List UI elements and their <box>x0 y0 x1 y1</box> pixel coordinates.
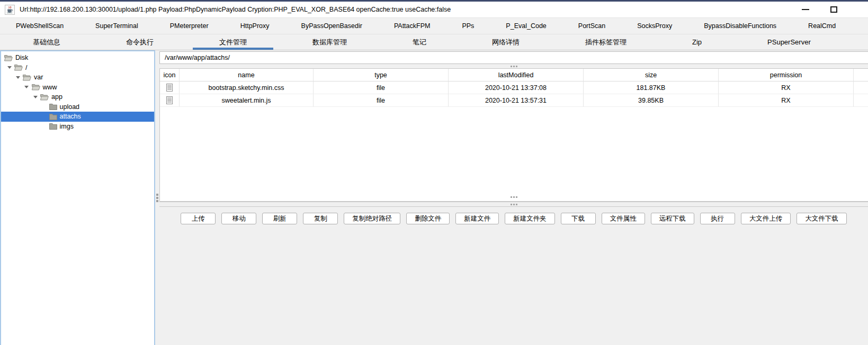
expand-arrow-icon[interactable] <box>4 66 14 69</box>
cell-size: 39.85KB <box>584 94 719 107</box>
tree-item-var[interactable]: var <box>1 72 154 83</box>
tab-pmeterpreter[interactable]: PMeterpreter <box>154 18 225 34</box>
tab-realcmd[interactable]: RealCmd <box>792 18 852 34</box>
plugin-tab-bar: PWebShellScan SuperTerminal PMeterpreter… <box>0 17 868 34</box>
directory-tree: Disk / var www <box>0 50 155 345</box>
tree-item-label: / <box>25 64 27 71</box>
refresh-button[interactable]: 刷新 <box>262 213 297 224</box>
new-file-button[interactable]: 新建文件 <box>455 213 499 224</box>
tab-socksproxy[interactable]: SocksProxy <box>621 18 688 34</box>
tab-pps[interactable]: PPs <box>446 18 490 34</box>
tab-basic-info[interactable]: 基础信息 <box>0 34 93 50</box>
tab-httpproxy[interactable]: HttpProxy <box>225 18 285 34</box>
column-header-filler <box>854 69 868 81</box>
tree-item-attachs[interactable]: attachs <box>1 112 154 122</box>
expand-arrow-icon[interactable] <box>22 86 32 88</box>
expand-arrow-icon[interactable] <box>13 76 23 79</box>
file-icon <box>160 81 180 94</box>
tab-command-execution[interactable]: 命令执行 <box>93 34 186 50</box>
java-app-icon <box>5 5 15 15</box>
column-header-permission[interactable]: permission <box>719 69 854 81</box>
tab-psuperserver[interactable]: PSuperServer <box>735 34 844 50</box>
path-bar <box>159 51 868 64</box>
cell-permission: RX <box>719 94 854 107</box>
closed-folder-icon <box>49 113 57 120</box>
window-controls <box>802 6 837 13</box>
tab-network-details[interactable]: 网络详情 <box>459 34 552 50</box>
tree-item-label: attachs <box>60 113 81 120</box>
tab-portscan[interactable]: PortScan <box>562 18 621 34</box>
cell-lastmodified: 2020-10-21 13:57:31 <box>449 94 584 107</box>
tree-item-root[interactable]: / <box>1 63 154 73</box>
maximize-button[interactable] <box>830 6 837 13</box>
tree-item-imgs[interactable]: imgs <box>1 122 154 132</box>
cell-lastmodified: 2020-10-21 13:37:08 <box>449 81 584 94</box>
titlebar: Url:http://192.168.200.130:30001/upload/… <box>0 2 868 17</box>
expand-arrow-icon[interactable] <box>30 96 40 98</box>
tab-pattackfpm[interactable]: PAttackFPM <box>378 18 446 34</box>
upload-button[interactable]: 上传 <box>181 213 216 224</box>
closed-folder-icon <box>49 123 57 130</box>
tree-item-www[interactable]: www <box>1 83 154 93</box>
tree-item-label: app <box>51 93 62 101</box>
file-icon <box>160 94 180 107</box>
large-file-upload-button[interactable]: 大文件上传 <box>741 213 791 224</box>
remote-download-button[interactable]: 远程下载 <box>651 213 694 224</box>
open-folder-icon <box>40 94 49 101</box>
column-header-icon[interactable]: icon <box>160 69 180 81</box>
column-header-name[interactable]: name <box>180 69 314 81</box>
tab-database-management[interactable]: 数据库管理 <box>280 34 380 50</box>
minimize-button[interactable] <box>802 9 809 10</box>
cell-size: 181.87KB <box>584 81 719 94</box>
tab-zip[interactable]: Zip <box>659 34 735 50</box>
file-table: icon name type lastModified size permiss… <box>159 68 868 202</box>
open-folder-icon <box>14 64 23 71</box>
file-attributes-button[interactable]: 文件属性 <box>602 213 645 224</box>
coffee-cup-icon <box>6 6 14 14</box>
tree-item-app[interactable]: app <box>1 92 154 102</box>
tab-bypassdisablefunctions[interactable]: BypassDisableFunctions <box>688 18 792 34</box>
download-button[interactable]: 下载 <box>561 213 596 224</box>
tab-superterminal[interactable]: SuperTerminal <box>79 18 154 34</box>
table-header-row: icon name type lastModified size permiss… <box>160 69 868 81</box>
table-row[interactable]: sweetalert.min.js file 2020-10-21 13:57:… <box>160 94 868 107</box>
tree-item-label: www <box>43 84 57 91</box>
table-resize-grip[interactable] <box>160 196 868 198</box>
cell-type: file <box>314 81 449 94</box>
tab-plugin-label-management[interactable]: 插件标签管理 <box>552 34 659 50</box>
cell-type: file <box>314 94 449 107</box>
path-table-splitter[interactable] <box>159 64 868 68</box>
tree-item-label: imgs <box>60 123 74 130</box>
open-folder-icon <box>32 84 40 90</box>
tree-item-label: upload <box>60 103 80 111</box>
cell-permission: RX <box>719 81 854 94</box>
tab-p-eval-code[interactable]: P_Eval_Code <box>490 18 562 34</box>
delete-file-button[interactable]: 删除文件 <box>406 213 450 224</box>
vertical-splitter[interactable] <box>155 50 159 345</box>
execute-button[interactable]: 执行 <box>700 213 735 224</box>
column-header-lastmodified[interactable]: lastModified <box>449 69 584 81</box>
column-header-size[interactable]: size <box>584 69 719 81</box>
closed-folder-icon <box>49 103 57 110</box>
cell-name: sweetalert.min.js <box>180 94 314 107</box>
table-buttons-splitter[interactable] <box>159 202 868 207</box>
table-row[interactable]: bootstrap.sketchy.min.css file 2020-10-2… <box>160 81 868 94</box>
large-file-download-button[interactable]: 大文件下载 <box>797 213 847 224</box>
move-button[interactable]: 移动 <box>221 213 256 224</box>
copy-button[interactable]: 复制 <box>303 213 338 224</box>
tab-pwebshellscan[interactable]: PWebShellScan <box>0 18 79 34</box>
cell-name: bootstrap.sketchy.min.css <box>180 81 314 94</box>
path-input[interactable] <box>160 54 868 61</box>
file-action-toolbar: 上传 移动 刷新 复制 复制绝对路径 删除文件 新建文件 新建文件夹 下载 文件… <box>159 207 868 345</box>
tab-notes[interactable]: 笔记 <box>380 34 459 50</box>
tab-bypassopenbasedir[interactable]: ByPassOpenBasedir <box>285 18 378 34</box>
copy-absolute-path-button[interactable]: 复制绝对路径 <box>344 213 400 224</box>
tree-item-disk[interactable]: Disk <box>1 53 154 63</box>
tree-item-upload[interactable]: upload <box>1 102 154 112</box>
tree-item-label: var <box>34 74 43 81</box>
main-tab-bar: 基础信息 命令执行 文件管理 数据库管理 笔记 网络详情 插件标签管理 Zip … <box>0 34 868 50</box>
open-folder-icon <box>4 55 13 61</box>
tab-file-management[interactable]: 文件管理 <box>186 34 280 50</box>
new-folder-button[interactable]: 新建文件夹 <box>505 213 555 224</box>
column-header-type[interactable]: type <box>314 69 449 81</box>
